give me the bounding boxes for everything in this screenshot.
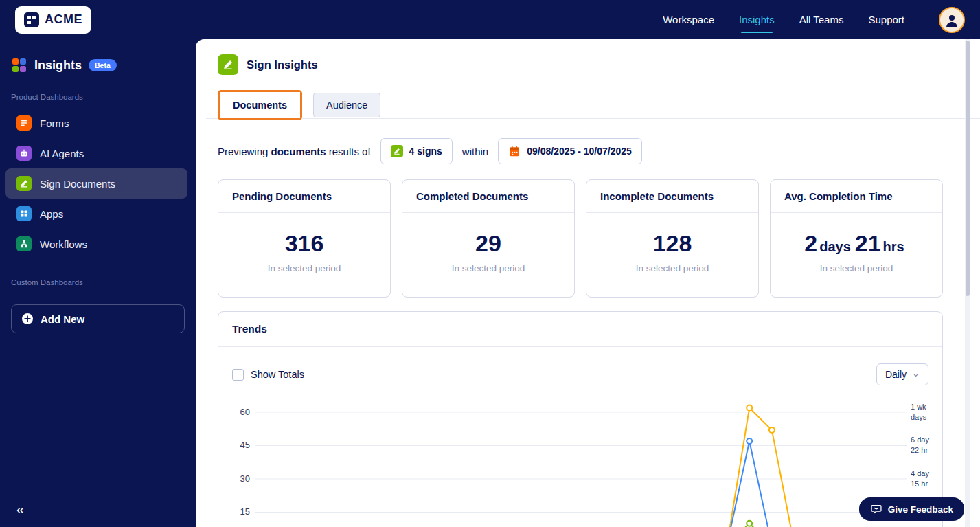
trends-chart: 60 45 30 15 1 wkdays 6 day22 hr 4 day15 …	[218, 395, 942, 527]
sidebar-item-label: Apps	[40, 208, 63, 220]
filter-prefix-text: Previewing documents results of	[218, 146, 371, 157]
stat-card-incomplete-documents: Incomplete Documents 128 In selected per…	[586, 179, 759, 298]
feedback-label: Give Feedback	[888, 504, 953, 515]
acme-logo[interactable]: ACME	[15, 6, 91, 34]
calendar-icon	[508, 145, 521, 157]
sign-documents-icon	[16, 176, 32, 191]
section-label-custom-dashboards: Custom Dashboards	[0, 259, 196, 293]
stat-card-title: Incomplete Documents	[586, 180, 758, 213]
give-feedback-button[interactable]: Give Feedback	[859, 497, 964, 521]
section-label-product-dashboards: Product Dashboards	[0, 74, 196, 108]
sidebar-item-label: AI Agents	[40, 148, 84, 159]
sidebar-item-sign-documents[interactable]: Sign Documents	[5, 168, 187, 199]
trends-title: Trends	[218, 312, 942, 347]
sidebar-title: Insights	[34, 58, 82, 73]
tab-bar: Documents Audience	[196, 75, 980, 122]
stat-card-value: 29	[408, 231, 569, 256]
scrollbar-track[interactable]	[965, 39, 970, 527]
main-content: Sign Insights Documents Audience Preview…	[196, 39, 980, 527]
date-range-button[interactable]: 09/08/2025 - 10/07/2025	[498, 138, 642, 164]
sign-document-icon	[391, 145, 403, 157]
page-header: Sign Insights	[196, 39, 980, 75]
top-navigation: Workspace Insights All Teams Support	[663, 7, 965, 33]
chevron-down-icon: ⌄	[912, 369, 920, 378]
trend-lines-svg	[255, 395, 907, 527]
apps-icon	[16, 206, 32, 221]
sidebar-item-workflows[interactable]: Workflows	[5, 229, 187, 259]
date-range-label: 09/08/2025 - 10/07/2025	[527, 146, 632, 157]
stat-card-title: Avg. Completion Time	[771, 180, 942, 213]
stat-card-pending-documents: Pending Documents 316 In selected period	[218, 179, 391, 298]
y-axis-tick: 30	[218, 473, 250, 484]
add-new-button[interactable]: Add New	[11, 304, 185, 333]
interval-value: Daily	[885, 369, 907, 380]
right-axis-tick: 6 day22 hr	[911, 435, 929, 455]
avatar[interactable]	[939, 7, 965, 33]
y-axis-tick: 60	[218, 407, 250, 417]
show-totals-label: Show Totals	[251, 369, 304, 380]
stat-card-caption: In selected period	[776, 263, 937, 273]
y-axis-tick: 45	[218, 440, 250, 450]
nav-insights[interactable]: Insights	[739, 14, 775, 25]
stat-card-completed-documents: Completed Documents 29 In selected perio…	[402, 179, 575, 298]
trends-card: Trends Show Totals Daily ⌄ 60 45 30 15 1…	[218, 311, 943, 527]
forms-icon	[16, 115, 32, 131]
stat-card-caption: In selected period	[408, 263, 569, 273]
add-new-label: Add New	[41, 313, 84, 325]
sidebar-header: Insights Beta	[0, 39, 196, 74]
workflows-icon	[16, 236, 32, 251]
beta-badge: Beta	[89, 59, 117, 71]
page-title: Sign Insights	[247, 58, 318, 71]
ai-agents-icon	[16, 146, 32, 161]
sign-insights-icon	[218, 54, 238, 75]
plus-circle-icon	[21, 313, 34, 325]
right-axis-tick: 4 day15 hr	[911, 469, 929, 489]
filter-row: Previewing documents results of 4 signs …	[196, 122, 980, 164]
sidebar-item-label: Workflows	[40, 238, 87, 250]
feedback-bubble-icon	[870, 503, 882, 515]
nav-workspace[interactable]: Workspace	[663, 14, 714, 25]
sidebar-item-label: Forms	[40, 117, 69, 129]
sidebar: Insights Beta Product Dashboards Forms A…	[0, 39, 196, 527]
tab-documents[interactable]: Documents	[220, 92, 300, 118]
trends-controls: Show Totals Daily ⌄	[218, 347, 942, 390]
person-icon	[944, 12, 960, 28]
topbar: ACME Workspace Insights All Teams Suppor…	[0, 0, 980, 39]
signs-filter-button[interactable]: 4 signs	[380, 138, 453, 164]
stat-card-title: Completed Documents	[402, 180, 574, 213]
nav-all-teams[interactable]: All Teams	[799, 14, 844, 25]
y-axis-tick: 15	[218, 506, 250, 517]
stat-cards: Pending Documents 316 In selected period…	[196, 164, 980, 298]
nav-support[interactable]: Support	[868, 14, 904, 25]
stat-card-caption: In selected period	[224, 263, 385, 273]
scrollbar-thumb[interactable]	[966, 41, 970, 296]
collapse-sidebar-button[interactable]: «	[16, 502, 24, 516]
stat-card-caption: In selected period	[592, 263, 753, 273]
show-totals-checkbox[interactable]	[232, 369, 244, 381]
stat-card-title: Pending Documents	[218, 180, 390, 213]
stat-card-value: 316	[224, 231, 385, 256]
right-axis-tick: 1 wkdays	[911, 402, 926, 422]
insights-logo-icon	[11, 57, 27, 74]
tab-audience[interactable]: Audience	[313, 93, 380, 117]
sidebar-item-apps[interactable]: Apps	[5, 199, 187, 229]
active-tab-highlight: Documents	[218, 90, 302, 120]
sidebar-item-label: Sign Documents	[40, 178, 115, 190]
tab-divider	[206, 118, 980, 119]
stat-card-value: 2days21hrs	[776, 231, 937, 256]
interval-dropdown[interactable]: Daily ⌄	[876, 363, 928, 385]
show-totals-toggle[interactable]: Show Totals	[232, 369, 304, 381]
within-label: within	[462, 146, 488, 157]
signs-filter-label: 4 signs	[409, 146, 442, 157]
sidebar-item-forms[interactable]: Forms	[5, 108, 187, 138]
acme-logo-text: ACME	[45, 12, 82, 27]
stat-card-avg-completion-time: Avg. Completion Time 2days21hrs In selec…	[770, 179, 943, 298]
stat-card-value: 128	[592, 231, 753, 256]
app-root: ACME Workspace Insights All Teams Suppor…	[0, 0, 980, 527]
sidebar-item-ai-agents[interactable]: AI Agents	[5, 138, 187, 168]
acme-logo-icon	[24, 12, 39, 27]
